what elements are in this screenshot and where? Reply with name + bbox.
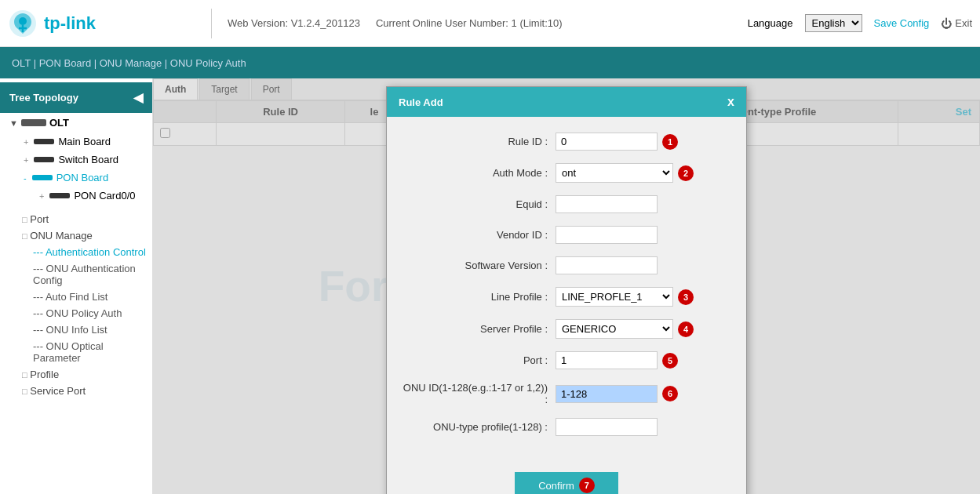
- service-port-expand-icon: □: [22, 387, 27, 396]
- sidebar-collapse-icon[interactable]: ◀: [133, 90, 143, 105]
- logo-area: tp-link: [8, 9, 212, 38]
- version-label: Web Version: V1.2.4_201123: [228, 17, 360, 29]
- modal-close-button[interactable]: x: [727, 95, 734, 109]
- onu-manage-expand-icon: □: [22, 231, 27, 241]
- vendor-id-control: [556, 226, 734, 244]
- exit-label: Exit: [955, 17, 972, 29]
- modal-overlay: Rule Add x Rule ID : 1 Auth Mode :: [153, 78, 980, 494]
- step-badge-4: 4: [678, 321, 694, 337]
- equid-control: [556, 195, 734, 213]
- sidebar-menu-onu-policy[interactable]: --- ONU Policy Auth: [0, 305, 152, 321]
- tp-link-logo-icon: [8, 9, 38, 38]
- server-profile-select[interactable]: GENERICO: [556, 319, 673, 339]
- sidebar-menu-port[interactable]: □ Port: [0, 211, 152, 227]
- sidebar-menu-auto-find[interactable]: --- Auto Find List: [0, 289, 152, 305]
- software-version-input[interactable]: [556, 256, 658, 274]
- auto-find-label: Auto Find List: [46, 291, 108, 303]
- port-control: 5: [556, 351, 734, 369]
- modal-header: Rule Add x: [387, 87, 746, 117]
- vendor-id-input[interactable]: [556, 226, 658, 244]
- form-row-rule-id: Rule ID : 1: [399, 133, 734, 151]
- pon-card-label: PON Card0/0: [74, 190, 135, 202]
- onu-manage-label: ONU Manage: [30, 230, 92, 242]
- onu-type-profile-input[interactable]: [556, 418, 658, 436]
- sidebar-menu-onu-auth-config[interactable]: --- ONU Authentication Config: [0, 260, 152, 289]
- main-board-device-icon: [34, 139, 54, 144]
- sidebar-menu-onu-info[interactable]: --- ONU Info List: [0, 321, 152, 338]
- exit-btn[interactable]: ⏻ Exit: [941, 17, 972, 30]
- sidebar-menu-profile[interactable]: □ Profile: [0, 366, 152, 383]
- port-expand-icon: □: [22, 215, 27, 224]
- step-badge-6: 6: [662, 386, 678, 401]
- sidebar: Tree Topology ◀ ▼ OLT + Main Board + Swi…: [0, 78, 153, 494]
- auth-mode-control: ont 2: [556, 163, 734, 183]
- sidebar-item-olt[interactable]: ▼ OLT: [0, 113, 152, 133]
- logo-brand: tp-link: [44, 13, 96, 34]
- form-row-vendor-id: Vendor ID :: [399, 226, 734, 244]
- modal-footer: Confirm 7: [387, 464, 746, 494]
- sidebar-item-pon-card[interactable]: + PON Card0/0: [11, 187, 152, 205]
- olt-device-icon: [21, 119, 46, 126]
- form-row-onu-id: ONU ID(1-128(e.g.:1-17 or 1,2)) : 6: [399, 382, 734, 405]
- vendor-id-label: Vendor ID :: [399, 229, 556, 241]
- sidebar-item-main-board[interactable]: + Main Board: [11, 133, 152, 151]
- onu-type-profile-label: ONU-type profile(1-128) :: [399, 421, 556, 433]
- breadcrumb: OLT | PON Board | ONU Manage | ONU Polic…: [12, 57, 246, 69]
- form-row-equid: Equid :: [399, 195, 734, 213]
- profile-expand-icon: □: [22, 370, 27, 380]
- confirm-button[interactable]: Confirm 7: [515, 472, 618, 494]
- tree-topology-header[interactable]: Tree Topology ◀: [0, 82, 152, 113]
- confirm-label: Confirm: [538, 480, 574, 492]
- line-profile-select[interactable]: LINE_PROFLE_1: [556, 287, 673, 307]
- main-board-icon: +: [24, 137, 28, 147]
- port-input[interactable]: [556, 351, 658, 369]
- equid-input[interactable]: [556, 195, 658, 213]
- onu-info-dash: ---: [33, 324, 46, 336]
- form-row-onu-type-profile: ONU-type profile(1-128) :: [399, 418, 734, 436]
- pon-board-label: PON Board: [56, 172, 108, 183]
- save-config-link[interactable]: Save Config: [874, 17, 930, 29]
- onu-info-label: ONU Info List: [46, 324, 107, 336]
- tree-topology-title: Tree Topology: [9, 92, 78, 104]
- auth-control-label: Authentication Control: [46, 246, 146, 258]
- onu-id-input[interactable]: [556, 385, 658, 403]
- sidebar-menu-service-port[interactable]: □ Service Port: [0, 383, 152, 399]
- server-profile-label: Server Profile :: [399, 323, 556, 335]
- software-version-control: [556, 256, 734, 274]
- language-select[interactable]: English: [805, 14, 862, 32]
- sidebar-menu-auth-control[interactable]: --- Authentication Control: [0, 244, 152, 260]
- form-row-port: Port : 5: [399, 351, 734, 369]
- line-profile-label: Line Profile :: [399, 291, 556, 303]
- modal-body: Rule ID : 1 Auth Mode : ont: [387, 117, 746, 464]
- online-label: Current Online User Number: 1 (Limit:10): [376, 17, 563, 29]
- profile-label: Profile: [30, 369, 59, 380]
- header-right: Language English Save Config ⏻ Exit: [748, 14, 972, 32]
- auth-mode-select[interactable]: ont: [556, 163, 673, 183]
- power-icon: ⏻: [941, 17, 952, 30]
- sidebar-item-pon-board[interactable]: - PON Board: [11, 169, 152, 187]
- auth-control-dash: ---: [33, 246, 46, 258]
- modal-title: Rule Add: [399, 96, 443, 108]
- onu-optical-dash: ---: [33, 340, 46, 352]
- form-row-server-profile: Server Profile : GENERICO 4: [399, 319, 734, 339]
- nav-breadcrumb-bar: OLT | PON Board | ONU Manage | ONU Polic…: [0, 47, 980, 78]
- content-area: Auth Target Port Rule ID le Port ID ONU …: [153, 78, 980, 494]
- server-profile-control: GENERICO 4: [556, 319, 734, 339]
- rule-id-input[interactable]: [556, 133, 658, 151]
- header: tp-link Web Version: V1.2.4_201123 Curre…: [0, 0, 980, 47]
- sidebar-menu-onu-optical[interactable]: --- ONU Optical Parameter: [0, 338, 152, 366]
- rule-add-modal: Rule Add x Rule ID : 1 Auth Mode :: [386, 86, 747, 494]
- sidebar-item-switch-board[interactable]: + Switch Board: [11, 151, 152, 169]
- pon-board-icon: -: [24, 173, 27, 183]
- olt-expand-icon[interactable]: ▼: [9, 118, 18, 128]
- sidebar-menu-onu-manage[interactable]: □ ONU Manage: [0, 227, 152, 244]
- auto-find-dash: ---: [33, 291, 46, 303]
- software-version-label: Software Version :: [399, 260, 556, 271]
- line-profile-control: LINE_PROFLE_1 3: [556, 287, 734, 307]
- pon-board-device-icon: [32, 175, 53, 180]
- main-layout: Tree Topology ◀ ▼ OLT + Main Board + Swi…: [0, 78, 980, 494]
- form-row-line-profile: Line Profile : LINE_PROFLE_1 3: [399, 287, 734, 307]
- onu-id-control: 6: [556, 385, 734, 403]
- header-info: Web Version: V1.2.4_201123 Current Onlin…: [212, 17, 748, 29]
- pon-card-device-icon: [49, 193, 70, 198]
